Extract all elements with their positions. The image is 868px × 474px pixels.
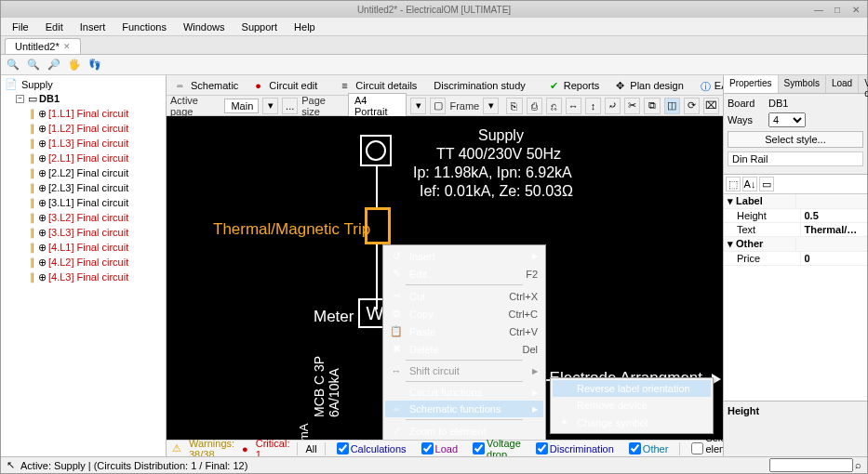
tree-circuit[interactable]: ∥⊕ [3.L1] Final circuit xyxy=(29,195,164,210)
minimize-button[interactable]: — xyxy=(811,4,826,15)
menu-item[interactable]: ✦Change symbol xyxy=(553,414,711,431)
thermal-label[interactable]: Thermal/Magnetic Trip xyxy=(213,220,370,239)
menu-item[interactable]: ✎Edit...F2 xyxy=(385,265,543,283)
context-submenu[interactable]: Reverse label orientationRemove device✦C… xyxy=(550,377,714,434)
menu-insert[interactable]: Insert xyxy=(73,20,114,34)
page-more-button[interactable]: ... xyxy=(282,98,298,114)
ribbon-plan[interactable]: ✥Plan design xyxy=(609,78,690,93)
tree-circuit[interactable]: ∥⊕ [2.L3] Final circuit xyxy=(29,180,164,195)
zoom-fit-icon[interactable]: 🔎 xyxy=(46,57,62,73)
menu-item[interactable]: Circuit functions▶ xyxy=(385,384,543,401)
tree-circuit[interactable]: ∥⊕ [1.L1] Final circuit xyxy=(29,106,164,121)
menu-item[interactable]: ✂CutCtrl+X xyxy=(385,287,543,305)
ribbon-discrimination[interactable]: Discrimination study xyxy=(427,78,531,93)
menu-windows[interactable]: Windows xyxy=(176,20,233,34)
page-size-value[interactable]: A4 Portrait xyxy=(348,93,407,119)
tree-root[interactable]: Supply xyxy=(21,79,53,90)
tab-symbols[interactable]: Symbols xyxy=(779,75,826,93)
tool-icon-7[interactable]: ✂ xyxy=(624,98,640,114)
sort-cat-icon[interactable]: ⬚ xyxy=(726,177,741,191)
tree-db[interactable]: DB1 xyxy=(39,92,60,105)
context-menu[interactable]: ↺Insert▶✎Edit...F2✂CutCtrl+X⧉CopyCtrl+C📋… xyxy=(382,244,546,440)
document-tab[interactable]: Untitled2* ✕ xyxy=(5,38,81,54)
prop-tool-icon[interactable]: ▭ xyxy=(759,177,774,191)
sort-az-icon[interactable]: A↓ xyxy=(742,177,757,191)
hand-icon[interactable]: 🖐 xyxy=(66,57,83,73)
menu-file[interactable]: File xyxy=(5,20,36,34)
prop-value[interactable]: 0.5 xyxy=(801,209,868,223)
zoom-out-icon[interactable]: 🔍 xyxy=(25,57,42,73)
project-tree[interactable]: 📄Supply −▭DB1 ∥⊕ [1.L1] Final circuit∥⊕ … xyxy=(1,75,167,456)
filter-calculations[interactable]: Calculations xyxy=(333,442,410,454)
tab-voltdrop[interactable]: Volt drop xyxy=(859,75,868,93)
tree-circuit[interactable]: ∥⊕ [3.L2] Final circuit xyxy=(29,210,164,225)
tree-circuit[interactable]: ∥⊕ [4.L1] Final circuit xyxy=(29,240,164,255)
ribbon-reports[interactable]: ✔Reports xyxy=(543,78,607,93)
menu-edit[interactable]: Edit xyxy=(38,20,71,34)
menu-item[interactable]: Remove device xyxy=(553,397,711,414)
menu-support[interactable]: Support xyxy=(234,20,286,34)
tab-properties[interactable]: Properties xyxy=(724,75,779,93)
menu-item[interactable]: ⧉CopyCtrl+C xyxy=(385,305,543,323)
breaker-symbol[interactable] xyxy=(365,207,391,244)
tool-icon-5[interactable]: ↕ xyxy=(585,98,601,114)
tree-circuit[interactable]: ∥⊕ [4.L3] Final circuit xyxy=(29,270,164,284)
page-size-dropdown-icon[interactable]: ▾ xyxy=(410,98,426,114)
active-page-value[interactable]: Main xyxy=(224,99,259,113)
footprints-icon[interactable]: 👣 xyxy=(87,57,103,73)
tree-circuit[interactable]: ∥⊕ [2.L1] Final circuit xyxy=(29,151,164,165)
menu-functions[interactable]: Functions xyxy=(114,20,174,34)
tool-icon-10[interactable]: ⟳ xyxy=(684,98,700,114)
ways-select[interactable]: 4 xyxy=(768,112,806,127)
ribbon-circuit-edit[interactable]: ●Circuit edit xyxy=(248,78,324,93)
page-dropdown-icon[interactable]: ▾ xyxy=(262,98,278,114)
menu-help[interactable]: Help xyxy=(287,20,323,34)
select-style-button[interactable]: Select style... xyxy=(728,131,863,148)
frame-dropdown-icon[interactable]: ▾ xyxy=(483,98,499,114)
tool-icon-11[interactable]: ⌧ xyxy=(703,98,719,114)
ribbon-circuit-details[interactable]: ≡Circuit details xyxy=(335,78,423,93)
tree-circuit[interactable]: ∥⊕ [2.L2] Final circuit xyxy=(29,165,164,180)
prop-key[interactable]: Height xyxy=(724,209,801,223)
tool-icon-1[interactable]: ⎘ xyxy=(506,98,522,114)
tool-icon-6[interactable]: ⤾ xyxy=(605,98,621,114)
status-search-input[interactable] xyxy=(769,458,853,472)
tree-circuit[interactable]: ∥⊕ [1.L3] Final circuit xyxy=(29,136,164,151)
menu-item[interactable]: 📋PasteCtrl+V xyxy=(385,323,543,340)
filter-discrimination[interactable]: Discrimination xyxy=(532,442,618,454)
tool-icon-2[interactable]: ⎙ xyxy=(527,98,542,114)
schematic-canvas[interactable]: Supply TT 400/230V 50Hz Ip: 11.98kA, Ipn… xyxy=(167,116,723,440)
tool-icon-4[interactable]: ↔ xyxy=(566,98,581,114)
filter-load[interactable]: Load xyxy=(418,442,461,454)
prop-key[interactable]: Price xyxy=(724,252,801,266)
tree-circuit[interactable]: ∥⊕ [1.L2] Final circuit xyxy=(29,121,164,136)
frame-icon[interactable]: ▢ xyxy=(430,98,446,114)
menu-item[interactable]: ✖DeleteDel xyxy=(385,340,543,358)
tool-icon-9[interactable]: ◫ xyxy=(664,98,680,114)
maximize-button[interactable]: □ xyxy=(830,4,845,15)
prop-key[interactable]: Text xyxy=(724,223,801,237)
menu-item[interactable]: ⎓Schematic functions▶ xyxy=(385,401,543,417)
property-grid[interactable]: ⬚ A↓ ▭ ▾ LabelHeight0.5TextThermal/Magne… xyxy=(724,174,867,401)
search-icon[interactable]: ⌕ xyxy=(855,459,861,470)
zoom-in-icon[interactable]: 🔍 xyxy=(5,57,21,73)
filter-all[interactable]: All xyxy=(305,443,316,454)
ribbon-eac[interactable]: ⓘEAC & EMS forms xyxy=(694,78,723,93)
prop-group[interactable]: ▾ Label xyxy=(724,194,796,209)
menu-item[interactable]: ↺Insert▶ xyxy=(385,247,543,265)
collapse-icon[interactable]: − xyxy=(16,95,24,103)
tree-circuit[interactable]: ∥⊕ [3.L3] Final circuit xyxy=(29,225,164,240)
menu-item[interactable]: ⤢Zoom to element xyxy=(385,422,543,440)
tool-icon-8[interactable]: ⧉ xyxy=(644,98,660,114)
menu-item[interactable]: Reverse label orientation xyxy=(553,380,711,397)
tab-close-icon[interactable]: ✕ xyxy=(63,42,71,51)
filter-other[interactable]: Other xyxy=(625,442,673,454)
prop-group[interactable]: ▾ Other xyxy=(724,237,796,252)
prop-value[interactable]: 0 xyxy=(801,252,868,266)
tab-load[interactable]: Load xyxy=(826,75,859,93)
close-button[interactable]: ✕ xyxy=(848,4,863,15)
prop-value[interactable]: Thermal/Magnetic Trip xyxy=(801,223,868,237)
ribbon-schematic[interactable]: ⎓Schematic xyxy=(170,78,245,93)
tree-circuit[interactable]: ∥⊕ [4.L2] Final circuit xyxy=(29,255,164,270)
tool-icon-3[interactable]: ⎌ xyxy=(546,98,562,114)
